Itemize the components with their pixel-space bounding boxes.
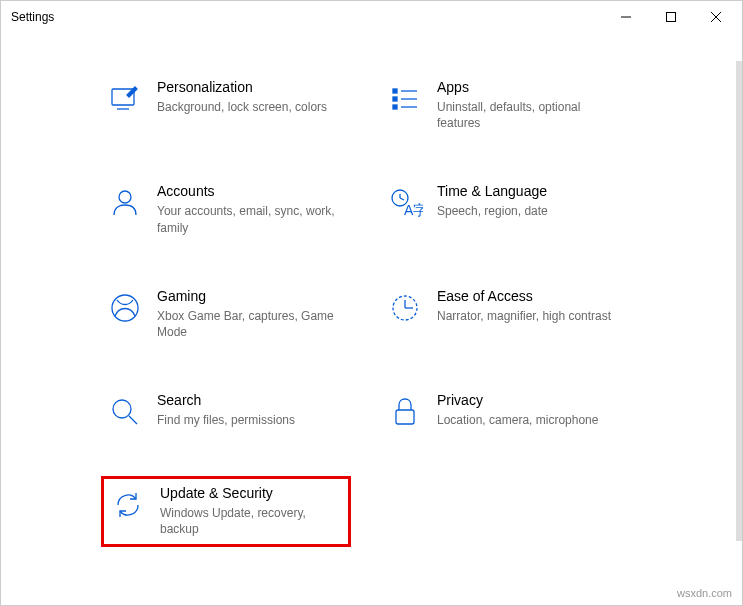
tile-text: Time & Language Speech, region, date <box>437 183 625 219</box>
ease-of-access-icon <box>387 290 423 326</box>
tile-desc: Xbox Game Bar, captures, Game Mode <box>157 308 345 340</box>
tile-title: Accounts <box>157 183 345 199</box>
tile-search[interactable]: Search Find my files, permissions <box>101 386 351 436</box>
svg-rect-7 <box>393 97 397 101</box>
category-grid: Personalization Background, lock screen,… <box>101 73 662 547</box>
tile-ease-of-access[interactable]: Ease of Access Narrator, magnifier, high… <box>381 282 631 346</box>
svg-rect-8 <box>393 105 397 109</box>
time-language-icon: A字 <box>387 185 423 221</box>
tile-title: Time & Language <box>437 183 625 199</box>
window-controls <box>603 2 738 32</box>
tile-title: Update & Security <box>160 485 342 501</box>
tile-text: Accounts Your accounts, email, sync, wor… <box>157 183 345 235</box>
update-security-icon <box>110 487 146 523</box>
gaming-icon <box>107 290 143 326</box>
tile-text: Update & Security Windows Update, recove… <box>160 485 342 537</box>
tile-text: Apps Uninstall, defaults, optional featu… <box>437 79 625 131</box>
tile-desc: Find my files, permissions <box>157 412 345 428</box>
tile-text: Gaming Xbox Game Bar, captures, Game Mod… <box>157 288 345 340</box>
privacy-icon <box>387 394 423 430</box>
svg-text:A字: A字 <box>404 202 423 218</box>
tile-desc: Windows Update, recovery, backup <box>160 505 342 537</box>
tile-desc: Speech, region, date <box>437 203 625 219</box>
tile-text: Personalization Background, lock screen,… <box>157 79 345 115</box>
tile-personalization[interactable]: Personalization Background, lock screen,… <box>101 73 351 137</box>
tile-text: Ease of Access Narrator, magnifier, high… <box>437 288 625 324</box>
tile-title: Search <box>157 392 345 408</box>
tile-title: Gaming <box>157 288 345 304</box>
tile-desc: Uninstall, defaults, optional features <box>437 99 625 131</box>
tile-update-security[interactable]: Update & Security Windows Update, recove… <box>101 476 351 546</box>
tile-apps[interactable]: Apps Uninstall, defaults, optional featu… <box>381 73 631 137</box>
tile-desc: Your accounts, email, sync, work, family <box>157 203 345 235</box>
tile-desc: Narrator, magnifier, high contrast <box>437 308 625 324</box>
window-title: Settings <box>11 10 603 24</box>
tile-gaming[interactable]: Gaming Xbox Game Bar, captures, Game Mod… <box>101 282 351 346</box>
tile-desc: Location, camera, microphone <box>437 412 625 428</box>
titlebar: Settings <box>1 1 742 33</box>
tile-time-language[interactable]: A字 Time & Language Speech, region, date <box>381 177 631 241</box>
close-button[interactable] <box>693 2 738 32</box>
accounts-icon <box>107 185 143 221</box>
svg-rect-6 <box>393 89 397 93</box>
tile-title: Personalization <box>157 79 345 95</box>
watermark: wsxdn.com <box>677 587 732 599</box>
apps-icon <box>387 81 423 117</box>
svg-line-22 <box>129 416 137 424</box>
settings-content: Personalization Background, lock screen,… <box>1 33 742 605</box>
scrollbar[interactable] <box>736 61 742 541</box>
tile-text: Privacy Location, camera, microphone <box>437 392 625 428</box>
search-icon <box>107 394 143 430</box>
svg-point-21 <box>113 400 131 418</box>
tile-desc: Background, lock screen, colors <box>157 99 345 115</box>
tile-title: Ease of Access <box>437 288 625 304</box>
svg-line-15 <box>400 198 404 200</box>
tile-title: Apps <box>437 79 625 95</box>
svg-point-12 <box>119 191 131 203</box>
minimize-button[interactable] <box>603 2 648 32</box>
tile-text: Search Find my files, permissions <box>157 392 345 428</box>
tile-accounts[interactable]: Accounts Your accounts, email, sync, wor… <box>101 177 351 241</box>
tile-privacy[interactable]: Privacy Location, camera, microphone <box>381 386 631 436</box>
svg-rect-1 <box>666 13 675 22</box>
settings-window: Settings Personalization Background, loc… <box>0 0 743 606</box>
maximize-button[interactable] <box>648 2 693 32</box>
svg-rect-23 <box>396 410 414 424</box>
personalization-icon <box>107 81 143 117</box>
tile-title: Privacy <box>437 392 625 408</box>
